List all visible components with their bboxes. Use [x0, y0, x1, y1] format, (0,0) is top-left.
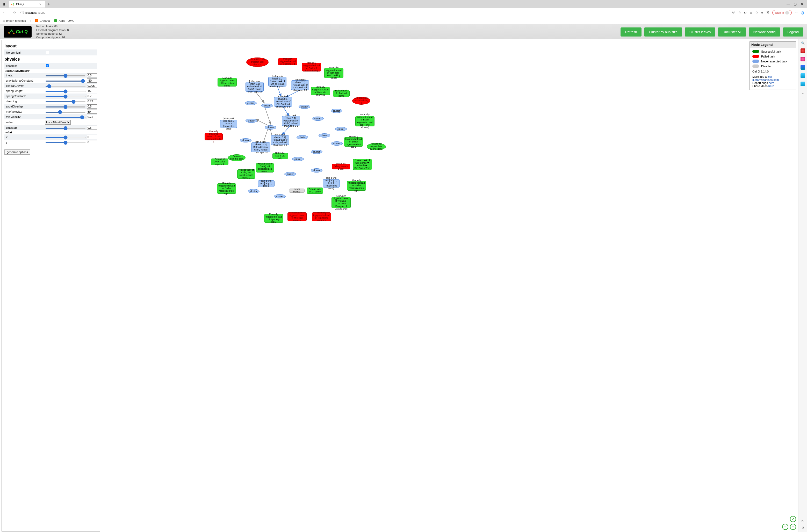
- cfg-slider[interactable]: [45, 96, 86, 97]
- task-node[interactable]: Manually triggered reload of Test failin…: [312, 212, 331, 221]
- generate-options-button[interactable]: generate options: [4, 149, 30, 155]
- task-node[interactable]: Manually triggered reload of Microsol Me…: [287, 212, 307, 221]
- task-node[interactable]: Manually triggered reload of Butler regr…: [344, 137, 363, 147]
- task-node[interactable]: [ctrl-q task chain 10.1] Reload task of …: [271, 135, 289, 145]
- favorite-icon[interactable]: ☆: [738, 11, 741, 14]
- sidebar-share-icon[interactable]: ⇱: [802, 519, 804, 523]
- cluster-node[interactable]: cluster: [248, 189, 260, 193]
- task-node[interactable]: Sample external task: [228, 154, 246, 161]
- task-node[interactable]: Reload task of CI demo: [307, 188, 323, 194]
- window-maximize-icon[interactable]: ▢: [794, 2, 796, 6]
- nav-back-icon[interactable]: ←: [3, 11, 5, 14]
- task-node[interactable]: Butler test failing reloads 1 task: [332, 164, 350, 169]
- bookmark-grafana[interactable]: Grafana: [35, 19, 50, 22]
- cfg-slider[interactable]: [45, 86, 86, 87]
- task-node[interactable]: PowerShell export data connections: [367, 143, 386, 150]
- cfg-slider[interactable]: [45, 112, 86, 113]
- task-node[interactable]: [ctrl-q unit test] app 1, task 2 (duplic…: [323, 179, 340, 188]
- sidebar-icon-1[interactable]: [801, 49, 805, 53]
- zoom-in-icon[interactable]: +: [790, 524, 796, 530]
- task-node[interactable]: Reload of 2018 sales targets 🖥: [211, 158, 228, 165]
- uncluster-button[interactable]: Uncluster All: [718, 27, 746, 37]
- cluster-node[interactable]: cluster: [312, 117, 324, 121]
- sidepane-icon[interactable]: ▥: [750, 11, 752, 14]
- cfg-slider[interactable]: [45, 80, 86, 81]
- extensions-icon[interactable]: ⌘: [766, 11, 769, 14]
- cfg-slider[interactable]: [45, 107, 86, 108]
- task-node[interactable]: Node-RED ext program task demo 1: [246, 57, 269, 67]
- signin-button[interactable]: Sign in: [772, 10, 792, 15]
- hierarchical-checkbox[interactable]: [46, 51, 49, 54]
- legend-report-link[interactable]: here: [769, 81, 774, 84]
- cluster-node[interactable]: cluster: [296, 135, 308, 139]
- task-node[interactable]: Never started: [289, 189, 305, 193]
- cluster-node[interactable]: cluster: [265, 125, 276, 130]
- search-icon[interactable]: 🔍: [801, 41, 805, 45]
- timestep-value[interactable]: [87, 126, 97, 130]
- cfg-slider[interactable]: [45, 117, 86, 118]
- cluster-node[interactable]: cluster: [299, 104, 310, 109]
- task-node[interactable]: [ctrl-q task chain 9.1] Reload task of C…: [282, 116, 300, 126]
- window-close-icon[interactable]: ✕: [801, 2, 803, 6]
- task-node[interactable]: [ctrl-q task chain 5.2] Reload task of C…: [246, 82, 264, 92]
- task-node[interactable]: Reload task 2 of reload demo: [333, 90, 350, 97]
- cfg-slider[interactable]: [45, 75, 86, 76]
- nav-refresh-icon[interactable]: ⟳: [14, 11, 16, 14]
- task-node[interactable]: [ctrl-q task chain 11.1] Reload task of …: [251, 142, 270, 152]
- task-node[interactable]: [ctrl-q task chain 6.1] Reload task of C…: [268, 77, 286, 87]
- task-node[interactable]: Reload task of Ctrl-Q NR script replace …: [237, 169, 255, 179]
- sidebar-icon-5[interactable]: [801, 81, 805, 86]
- sidebar-icon-2[interactable]: [801, 57, 805, 61]
- task-node[interactable]: [ctrl-q task chain 8.1] Reload task of C…: [274, 97, 292, 107]
- wind-x-slider[interactable]: [45, 137, 86, 138]
- reload-ext-icon[interactable]: ◐: [744, 11, 747, 14]
- nav-forward-icon[interactable]: →: [8, 11, 11, 14]
- cfg-slider[interactable]: [45, 101, 86, 102]
- cfg-value[interactable]: [87, 94, 97, 98]
- wind-y-slider[interactable]: [45, 142, 86, 143]
- task-node[interactable]: Reload of App 1 (10 sek): [272, 153, 288, 159]
- task-node[interactable]: [ctrl-q unit test] app 1, task 2 (duplic…: [220, 120, 237, 128]
- cluster-node[interactable]: cluster: [335, 127, 347, 131]
- task-node[interactable]: Manually triggered reload of Butler regr…: [217, 183, 236, 194]
- cluster-leaves-button[interactable]: Cluster leaves: [685, 27, 715, 37]
- favorites-icon[interactable]: ✩: [755, 11, 758, 14]
- task-node[interactable]: Reload task of Ctrl-Q NR script replace …: [256, 163, 274, 172]
- network-config-button[interactable]: Network config: [749, 27, 780, 37]
- zoom-fit-icon[interactable]: ⤢: [790, 516, 796, 522]
- cluster-node[interactable]: cluster: [246, 119, 257, 123]
- wind-y-value[interactable]: [87, 140, 97, 144]
- url-field[interactable]: i localhost:3000: [18, 10, 729, 15]
- collections-icon[interactable]: ⊕: [761, 11, 763, 14]
- cfg-value[interactable]: [87, 115, 97, 119]
- task-node[interactable]: Manually triggered reload of Test data -…: [324, 68, 343, 78]
- enabled-checkbox[interactable]: [46, 64, 49, 67]
- network-canvas[interactable]: Node Legend Successful taskFailed taskNe…: [100, 39, 798, 532]
- cfg-slider[interactable]: [45, 91, 86, 92]
- cfg-value[interactable]: [87, 99, 97, 103]
- cfg-value[interactable]: [87, 84, 97, 88]
- bookmark-qmc[interactable]: Apps - QMC: [54, 19, 74, 22]
- cluster-node[interactable]: cluster: [319, 133, 330, 137]
- cluster-node[interactable]: cluster: [284, 172, 296, 176]
- task-node[interactable]: Manually triggered reload of Training - …: [331, 197, 351, 208]
- task-node[interactable]: Manually triggered reload of Butler 5 Sl…: [302, 63, 321, 72]
- solver-select[interactable]: forceAtlas2Based: [45, 120, 71, 125]
- browser-tab[interactable]: Ctrl-Q ×: [9, 1, 45, 7]
- task-node[interactable]: [ctrl-q task chain 7.1] Reload task of C…: [291, 80, 309, 90]
- new-tab-button[interactable]: ＋: [46, 2, 51, 7]
- site-info-icon[interactable]: i: [20, 11, 24, 14]
- task-node[interactable]: Reload task of Qlik Sense ❤ GitHub ❤ Dev…: [353, 159, 372, 170]
- sidebar-settings-icon[interactable]: ⚙: [802, 526, 804, 529]
- tab-close-icon[interactable]: ×: [39, 2, 41, 6]
- task-node[interactable]: Manually triggered reload of ButlerTest …: [278, 58, 297, 65]
- task-node[interactable]: Manually triggered reload of Web site an…: [311, 87, 330, 95]
- task-node[interactable]: [ctrl-q unit test] app 1, task 1: [258, 180, 274, 187]
- read-aloud-icon[interactable]: A⁺: [732, 11, 735, 14]
- timestep-slider[interactable]: [45, 128, 86, 129]
- refresh-button[interactable]: Refresh: [620, 27, 642, 37]
- legend-share-link[interactable]: here: [768, 84, 774, 88]
- cfg-value[interactable]: [87, 110, 97, 114]
- cfg-value[interactable]: [87, 78, 97, 83]
- task-node[interactable]: Manually triggered reload of Test failin…: [205, 133, 223, 140]
